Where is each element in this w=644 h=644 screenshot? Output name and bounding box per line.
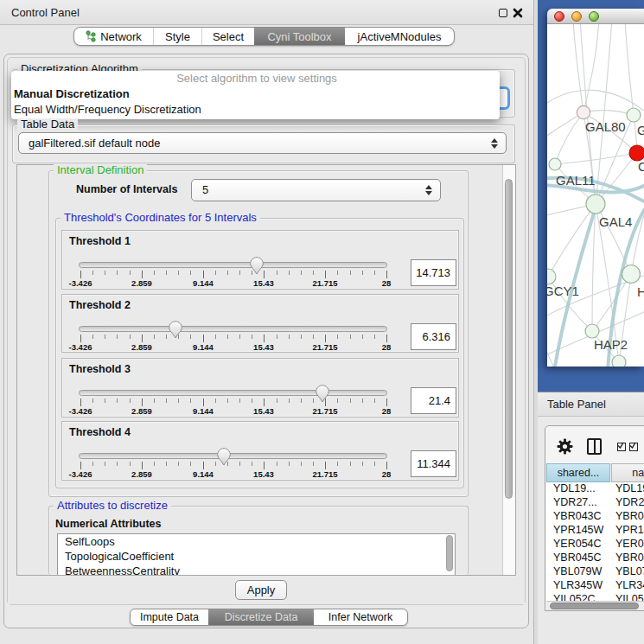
- label-c: C: [638, 159, 644, 174]
- network-graph: GAL80 GA C GAL11 GAL4 GCY1 H HAP2: [547, 24, 644, 367]
- node-top-right[interactable]: [627, 108, 641, 122]
- threshold-3-value[interactable]: 21.4: [411, 387, 456, 414]
- threshold-1-value[interactable]: 14.713: [411, 259, 456, 286]
- cell-name: YER054C: [610, 538, 644, 550]
- check-glyph: [629, 442, 636, 449]
- table-row[interactable]: YLR345WYLR345W: [546, 579, 644, 593]
- node-h[interactable]: [622, 265, 641, 284]
- float-icon[interactable]: [499, 9, 507, 17]
- table-hscrollbar-thumb[interactable]: [550, 603, 639, 609]
- column-header-shared-name[interactable]: shared...: [546, 463, 610, 482]
- tab-impute-data[interactable]: Impute Data: [131, 609, 208, 625]
- window-minimize-button[interactable]: [571, 11, 582, 22]
- threshold-3-slider-track[interactable]: [79, 390, 387, 396]
- cell-name: YBR045C: [610, 552, 644, 564]
- table-data-combo[interactable]: galFiltered.sif default node: [18, 132, 507, 154]
- node-bottom[interactable]: [612, 355, 626, 367]
- threshold-panel-2: Threshold 2 -3.426 2.859 9.144 15.43 21.…: [61, 294, 459, 353]
- select-rows-icon[interactable]: [629, 443, 638, 451]
- tick-label: 15.43: [233, 406, 294, 416]
- attributes-group-title: Attributes to discretize: [54, 500, 171, 512]
- list-item[interactable]: BetweennessCentrality: [58, 564, 455, 575]
- dropdown-item-equal-width[interactable]: Equal Width/Frequency Discretization: [11, 102, 500, 118]
- number-of-intervals-stepper[interactable]: [425, 185, 432, 195]
- tab-infer-network[interactable]: Infer Network: [314, 609, 407, 625]
- threshold-4-slider-thumb[interactable]: [217, 448, 231, 466]
- table-row[interactable]: YBL079WYBL079W: [546, 565, 644, 579]
- window-close-button[interactable]: [554, 11, 564, 22]
- label-h: H: [637, 284, 644, 299]
- cell-name: YIL052C: [610, 593, 644, 601]
- cell-shared-name: YBR043C: [546, 510, 610, 522]
- table-row[interactable]: YIL052CYIL052C: [546, 593, 644, 601]
- cell-shared-name: YBR045C: [546, 552, 610, 564]
- tab-select-label: Select: [213, 30, 244, 43]
- tab-discretize-data[interactable]: Discretize Data: [208, 609, 314, 625]
- cell-shared-name: YLR345W: [546, 579, 610, 591]
- label-gal11: GAL11: [556, 173, 596, 188]
- tick-label: 15.43: [233, 342, 294, 352]
- column-header-name[interactable]: name: [611, 463, 644, 482]
- settings-scrollbar-thumb[interactable]: [505, 179, 513, 499]
- label-ga: GA: [637, 123, 644, 137]
- node-gcy1[interactable]: [547, 269, 556, 284]
- threshold-1-slider-track[interactable]: [79, 262, 387, 268]
- tab-select[interactable]: Select: [201, 28, 254, 45]
- list-item[interactable]: TopologicalCoefficient: [58, 549, 455, 564]
- tab-cyni-toolbox[interactable]: Cyni Toolbox: [254, 28, 345, 45]
- threshold-3-ticks-major: [80, 399, 388, 406]
- cell-name: YDL194W: [610, 482, 644, 494]
- close-icon[interactable]: [513, 8, 523, 18]
- threshold-1-label: Threshold 1: [69, 235, 131, 247]
- node-gal11[interactable]: [549, 158, 561, 170]
- table-data-combo-value: galFiltered.sif default node: [29, 133, 160, 153]
- tick-label: 28: [356, 406, 417, 416]
- threshold-4-slider-track[interactable]: [79, 453, 387, 459]
- cell-name: YBR043C: [610, 510, 644, 522]
- label-gcy1: GCY1: [547, 284, 579, 298]
- table-row[interactable]: YDL19...YDL194W: [546, 482, 644, 496]
- table-row[interactable]: YER054CYER054C: [546, 538, 644, 552]
- node-gal80[interactable]: [577, 105, 590, 118]
- check-glyph: [617, 442, 624, 449]
- list-item[interactable]: SelfLoops: [58, 534, 455, 549]
- window-zoom-button[interactable]: [589, 11, 599, 22]
- table-row[interactable]: YDR27...YDR277C: [546, 496, 644, 510]
- gear-icon[interactable]: [557, 438, 573, 455]
- table-row[interactable]: YBR043CYBR043C: [546, 510, 644, 524]
- threshold-panel-4: Threshold 4 -3.426 2.859 9.144 15.43 21.…: [61, 421, 459, 481]
- tick-label: 28: [356, 342, 417, 352]
- tab-jactivemnodules-label: jActiveMNodules: [358, 30, 442, 43]
- control-panel-title: Control Panel: [11, 0, 80, 25]
- bottom-tabs: Impute Data Discretize Data Infer Networ…: [130, 609, 408, 626]
- tab-jactivemnodules[interactable]: jActiveMNodules: [345, 28, 454, 45]
- table-row[interactable]: YBR045CYBR045C: [546, 552, 644, 565]
- node-hap2[interactable]: [585, 324, 599, 338]
- attributes-list-scrollbar[interactable]: [446, 535, 453, 571]
- threshold-1-slider-thumb[interactable]: [250, 257, 264, 275]
- network-canvas[interactable]: GAL80 GA C GAL11 GAL4 GCY1 H HAP2: [547, 24, 644, 367]
- dropdown-item-manual[interactable]: Manual Discretization: [11, 86, 500, 102]
- number-of-intervals-value: 5: [202, 180, 208, 201]
- table-row[interactable]: YPR145WYPR145W: [546, 524, 644, 538]
- number-of-intervals-spinner[interactable]: 5: [191, 179, 441, 201]
- threshold-4-value[interactable]: 11.344: [411, 450, 456, 477]
- tick-label: 2.859: [112, 469, 172, 479]
- threshold-2-slider-thumb[interactable]: [169, 321, 182, 339]
- number-of-intervals-label: Number of Intervals: [76, 183, 177, 195]
- table-container: shared... name YDL19...YDL194W YDR27...Y…: [545, 425, 644, 611]
- apply-button[interactable]: Apply: [235, 580, 287, 600]
- tick-label: 2.859: [112, 278, 172, 288]
- node-gal4[interactable]: [586, 194, 605, 214]
- table-data-combo-stepper[interactable]: [491, 138, 498, 149]
- columns-icon[interactable]: [587, 438, 602, 455]
- tab-style[interactable]: Style: [153, 28, 201, 45]
- threshold-2-slider-track[interactable]: [79, 326, 387, 332]
- network-icon: [86, 30, 96, 42]
- columns-icon-divider: [594, 440, 596, 453]
- threshold-2-value[interactable]: 6.316: [411, 323, 456, 350]
- tab-network[interactable]: Network: [74, 28, 153, 45]
- select-columns-icon[interactable]: [617, 443, 626, 451]
- threshold-3-slider-thumb[interactable]: [316, 385, 329, 403]
- threshold-3-label: Threshold 3: [69, 363, 131, 375]
